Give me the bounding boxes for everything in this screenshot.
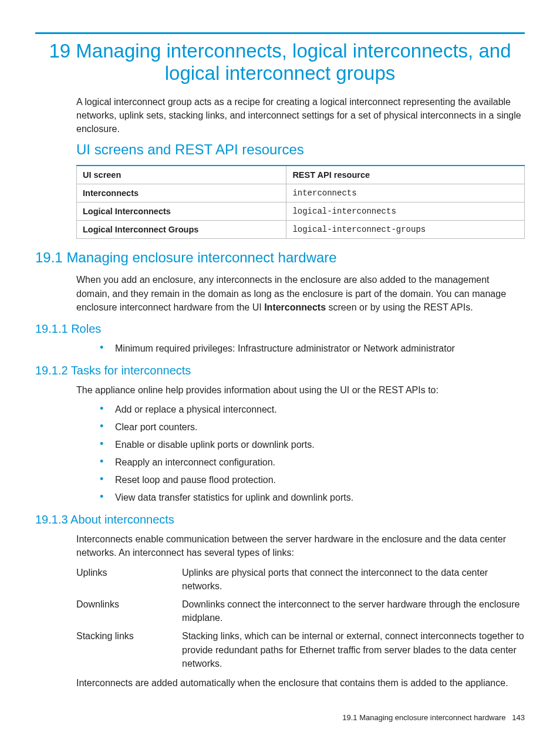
intro-paragraph: A logical interconnect group acts as a r… — [76, 95, 525, 136]
list-item: Minimum required privileges: Infrastruct… — [100, 342, 525, 356]
section-19-1-1-heading: 19.1.1 Roles — [35, 322, 525, 336]
page-footer: 19.1 Managing enclosure interconnect har… — [35, 713, 525, 722]
def-term: Downlinks — [76, 598, 182, 625]
def-term: Stacking links — [76, 629, 182, 670]
cell-ui: Logical Interconnects — [77, 202, 286, 221]
cell-ui: Logical Interconnect Groups — [77, 221, 286, 239]
def-row: Downlinks Downlinks connect the intercon… — [76, 598, 525, 625]
cell-api: logical-interconnects — [286, 202, 525, 221]
top-rule — [35, 32, 525, 34]
list-item: Reapply an interconnect configuration. — [100, 455, 525, 470]
section-19-1-3-intro: Interconnects enable communication betwe… — [76, 532, 525, 559]
def-row: Uplinks Uplinks are physical ports that … — [76, 566, 525, 593]
cell-ui: Interconnects — [77, 184, 286, 202]
section-19-1-paragraph: When you add an enclosure, any interconn… — [76, 273, 525, 314]
def-desc: Downlinks connect the interconnect to th… — [182, 598, 525, 625]
section-ui-rest-heading: UI screens and REST API resources — [76, 141, 525, 158]
section-19-1-2-heading: 19.1.2 Tasks for interconnects — [35, 364, 525, 377]
definition-list: Uplinks Uplinks are physical ports that … — [76, 566, 525, 670]
def-desc: Stacking links, which can be internal or… — [182, 629, 525, 670]
cell-api: interconnects — [286, 184, 525, 202]
list-item: View data transfer statistics for uplink… — [100, 491, 525, 505]
section-19-1-heading: 19.1 Managing enclosure interconnect har… — [35, 249, 525, 266]
th-rest-api: REST API resource — [286, 166, 525, 184]
section-19-1-3-heading: 19.1.3 About interconnects — [35, 513, 525, 526]
def-desc: Uplinks are physical ports that connect … — [182, 566, 525, 593]
footer-text: 19.1 Managing enclosure interconnect har… — [342, 713, 505, 722]
th-ui-screen: UI screen — [77, 166, 286, 184]
table-row: Logical Interconnects logical-interconne… — [77, 202, 525, 221]
def-row: Stacking links Stacking links, which can… — [76, 629, 525, 670]
cell-api: logical-interconnect-groups — [286, 221, 525, 239]
chapter-title: 19 Managing interconnects, logical inter… — [35, 40, 525, 85]
table-row: Logical Interconnect Groups logical-inte… — [77, 221, 525, 239]
tasks-list: Add or replace a physical interconnect. … — [100, 403, 525, 505]
def-term: Uplinks — [76, 566, 182, 593]
list-item: Reset loop and pause flood protection. — [100, 473, 525, 487]
list-item: Clear port counters. — [100, 420, 525, 434]
section-19-1-2-intro: The appliance online help provides infor… — [76, 383, 525, 397]
footer-page: 143 — [512, 713, 525, 722]
roles-list: Minimum required privileges: Infrastruct… — [100, 342, 525, 356]
list-item: Enable or disable uplink ports or downli… — [100, 438, 525, 452]
ui-rest-table: UI screen REST API resource Interconnect… — [76, 165, 525, 239]
table-row: Interconnects interconnects — [77, 184, 525, 202]
section-19-1-3-outro: Interconnects are added automatically wh… — [76, 676, 525, 690]
list-item: Add or replace a physical interconnect. — [100, 403, 525, 417]
